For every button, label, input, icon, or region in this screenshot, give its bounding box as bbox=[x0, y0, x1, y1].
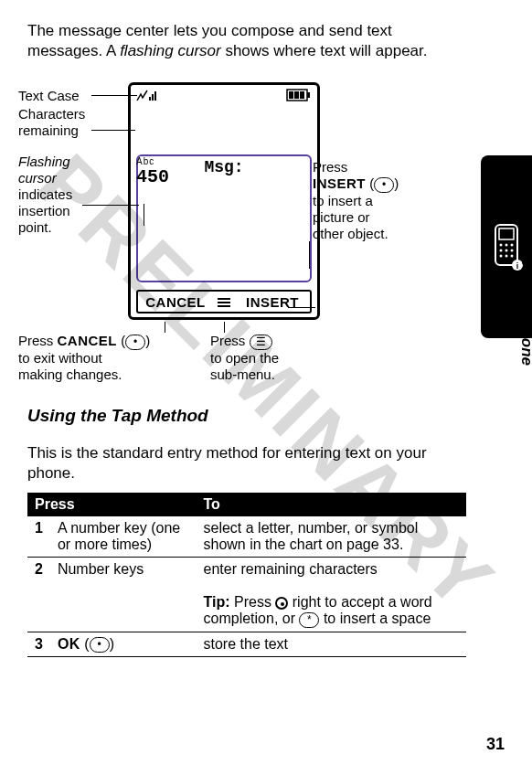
leader-line bbox=[309, 241, 310, 269]
callout-chars2: remaining bbox=[18, 122, 79, 139]
intro-paragraph: The message center lets you compose and … bbox=[27, 21, 466, 61]
page-content: The message center lets you compose and … bbox=[27, 5, 466, 657]
step-2-num: 2 bbox=[27, 558, 50, 632]
callout-flash2: cursor bbox=[18, 170, 57, 186]
svg-rect-1 bbox=[152, 94, 154, 101]
callout-bl2: CANCEL bbox=[58, 333, 118, 348]
svg-rect-4 bbox=[307, 92, 310, 98]
svg-point-15 bbox=[511, 250, 514, 252]
callout-right5: other object. bbox=[313, 226, 388, 241]
svg-point-10 bbox=[500, 244, 503, 247]
leader-line bbox=[288, 307, 315, 308]
softkey-cancel: CANCEL bbox=[138, 294, 213, 310]
tip-text-d: to insert a space bbox=[319, 611, 431, 626]
svg-point-11 bbox=[505, 244, 508, 247]
flashing-cursor bbox=[144, 204, 144, 226]
softkey-menu-icon bbox=[213, 296, 235, 307]
tip-text-b: Press bbox=[230, 594, 276, 610]
step-2-press: Number keys bbox=[50, 558, 197, 632]
tip-label: Tip: bbox=[204, 594, 230, 610]
callout-flash: Flashing cursor indicates insertion poin… bbox=[18, 154, 72, 236]
callout-bm2: to open the bbox=[210, 350, 279, 366]
callout-right1: Press bbox=[313, 159, 347, 175]
status-bar bbox=[136, 89, 312, 101]
callout-right3: to insert a bbox=[313, 193, 373, 208]
ok-label: OK bbox=[58, 636, 80, 652]
callout-right2c: ) bbox=[394, 175, 399, 191]
leader-line bbox=[224, 322, 225, 333]
leader-line bbox=[82, 205, 139, 206]
leader-line bbox=[91, 130, 135, 131]
phone-screen: Abc 450 Msg: CANCEL INSERT bbox=[128, 82, 320, 320]
intro-text-b: flashing cursor bbox=[120, 42, 221, 59]
nav-key-icon bbox=[275, 597, 288, 610]
callout-insert: Press INSERT (•) to insert a picture or … bbox=[313, 159, 399, 242]
svg-rect-7 bbox=[300, 91, 304, 99]
callout-menu: Press ☰ to open the sub-menu. bbox=[210, 333, 279, 383]
step-3-to: store the text bbox=[197, 632, 466, 656]
svg-point-18 bbox=[511, 255, 514, 258]
callout-bm3: sub-menu. bbox=[210, 367, 275, 382]
callout-flash3: indicates bbox=[18, 186, 72, 202]
svg-point-16 bbox=[500, 255, 503, 258]
callout-bl3: ( bbox=[117, 333, 125, 348]
right-softkey-icon: • bbox=[374, 177, 394, 193]
step-3-num: 3 bbox=[27, 632, 50, 656]
battery-icon bbox=[286, 89, 312, 101]
svg-point-17 bbox=[505, 255, 508, 258]
step-2-to: enter remaining characters Tip: Press ri… bbox=[197, 558, 466, 632]
step-3-press: OK (•) bbox=[50, 632, 197, 656]
step-3-b: ( bbox=[80, 636, 90, 652]
menu-key-icon: ☰ bbox=[250, 335, 272, 350]
side-running-head: Learning to Use Your Phone bbox=[517, 157, 532, 366]
svg-rect-2 bbox=[154, 91, 156, 101]
callout-cancel: Press CANCEL (•) to exit without making … bbox=[18, 333, 150, 383]
callout-bl4: ) bbox=[145, 333, 150, 348]
callout-right2b: ( bbox=[366, 175, 374, 191]
svg-rect-6 bbox=[294, 91, 299, 99]
signal-icon bbox=[136, 89, 160, 101]
svg-rect-0 bbox=[149, 97, 151, 101]
section-body: This is the standard entry method for en… bbox=[27, 443, 466, 483]
callout-chars1: Characters bbox=[18, 106, 85, 122]
callout-bl1: Press bbox=[18, 333, 58, 348]
msg-field-label: Msg: bbox=[131, 158, 317, 176]
callout-right4: picture or bbox=[313, 209, 370, 225]
step-1-to: select a letter, number, or symbol shown… bbox=[197, 516, 466, 558]
svg-point-14 bbox=[505, 250, 508, 252]
callout-textcase: Text Case bbox=[18, 88, 80, 104]
callout-bl6: making changes. bbox=[18, 367, 122, 382]
th-to: To bbox=[197, 493, 466, 516]
left-softkey-icon: • bbox=[125, 335, 145, 350]
callout-flash5: point. bbox=[18, 219, 52, 235]
svg-rect-9 bbox=[499, 228, 514, 239]
callout-right2: INSERT bbox=[313, 175, 366, 191]
callout-flash1: Flashing bbox=[18, 154, 70, 169]
steps-table: Press To 1 A number key (one or more tim… bbox=[27, 493, 466, 657]
svg-point-12 bbox=[511, 244, 514, 247]
section-heading: Using the Tap Method bbox=[27, 406, 466, 426]
svg-rect-5 bbox=[289, 91, 293, 99]
step-2-action: enter remaining characters bbox=[204, 561, 378, 577]
intro-text-c: shows where text will appear. bbox=[221, 42, 428, 59]
step-1-press: A number key (one or more times) bbox=[50, 516, 197, 558]
star-key-icon: * bbox=[299, 612, 319, 628]
callout-bm1: Press bbox=[210, 333, 250, 348]
page-number: 31 bbox=[486, 735, 505, 754]
callout-bl5: to exit without bbox=[18, 350, 102, 366]
step-1-num: 1 bbox=[27, 516, 50, 558]
svg-point-13 bbox=[500, 250, 503, 252]
th-press: Press bbox=[27, 493, 197, 516]
softkey-bar: CANCEL INSERT bbox=[136, 290, 312, 313]
step-3-c: ) bbox=[110, 636, 114, 652]
leader-line bbox=[165, 322, 165, 333]
leader-line bbox=[91, 95, 137, 96]
callout-flash4: insertion bbox=[18, 203, 70, 218]
diagram-area: Abc 450 Msg: CANCEL INSERT Text Case Cha… bbox=[27, 77, 466, 406]
left-softkey-icon: • bbox=[90, 637, 110, 653]
